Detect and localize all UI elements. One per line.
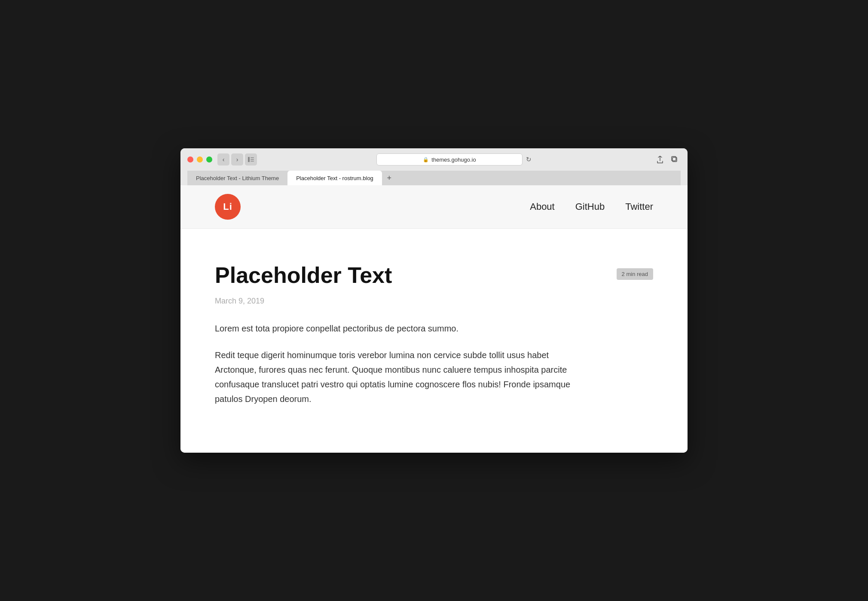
site-header: Li About GitHub Twitter bbox=[180, 185, 688, 229]
back-button[interactable]: ‹ bbox=[217, 153, 229, 166]
address-bar-container: 🔒 themes.gohugo.io ↻ bbox=[262, 153, 649, 166]
twitter-link[interactable]: Twitter bbox=[625, 201, 653, 212]
address-bar[interactable]: 🔒 themes.gohugo.io bbox=[376, 153, 523, 166]
website-content: Li About GitHub Twitter Placeholder Text… bbox=[180, 185, 688, 452]
tabs-bar: Placeholder Text - Lithium Theme Placeho… bbox=[187, 171, 681, 185]
tab-2-label: Placeholder Text - rostrum.blog bbox=[296, 175, 373, 181]
github-link[interactable]: GitHub bbox=[575, 201, 605, 212]
duplicate-button[interactable] bbox=[669, 153, 681, 166]
site-nav: About GitHub Twitter bbox=[530, 201, 653, 212]
close-button[interactable] bbox=[187, 156, 193, 163]
svg-rect-2 bbox=[251, 159, 254, 160]
about-link[interactable]: About bbox=[530, 201, 555, 212]
article-date: March 9, 2019 bbox=[215, 297, 653, 306]
share-button[interactable] bbox=[654, 153, 666, 166]
browser-window: ‹ › 🔒 themes.gohugo.io ↻ bbox=[180, 148, 688, 452]
tab-2[interactable]: Placeholder Text - rostrum.blog bbox=[287, 171, 382, 185]
toolbar-right bbox=[654, 153, 681, 166]
traffic-lights bbox=[187, 156, 212, 163]
forward-button[interactable]: › bbox=[231, 153, 243, 166]
paragraph-1: Lorem est tota propiore conpellat pector… bbox=[215, 321, 589, 336]
sidebar-button[interactable] bbox=[245, 153, 257, 166]
tab-1[interactable]: Placeholder Text - Lithium Theme bbox=[187, 171, 287, 185]
read-time-badge: 2 min read bbox=[617, 268, 653, 280]
new-tab-button[interactable]: + bbox=[382, 171, 397, 185]
minimize-button[interactable] bbox=[197, 156, 203, 163]
tab-1-label: Placeholder Text - Lithium Theme bbox=[196, 175, 279, 181]
title-bar: ‹ › 🔒 themes.gohugo.io ↻ bbox=[180, 148, 688, 185]
svg-rect-3 bbox=[251, 161, 254, 162]
lock-icon: 🔒 bbox=[423, 157, 429, 163]
nav-buttons: ‹ › bbox=[217, 153, 257, 166]
article-header: Placeholder Text 2 min read bbox=[215, 263, 653, 288]
article-area: Placeholder Text 2 min read March 9, 201… bbox=[180, 229, 688, 452]
maximize-button[interactable] bbox=[206, 156, 212, 163]
reload-button[interactable]: ↻ bbox=[523, 153, 535, 166]
article-title: Placeholder Text bbox=[215, 263, 392, 288]
svg-rect-1 bbox=[251, 157, 254, 158]
paragraph-2: Redit teque digerit hominumque toris ver… bbox=[215, 348, 589, 406]
url-text: themes.gohugo.io bbox=[431, 156, 476, 163]
svg-rect-0 bbox=[248, 157, 250, 162]
site-logo[interactable]: Li bbox=[215, 194, 241, 220]
article-body: Lorem est tota propiore conpellat pector… bbox=[215, 321, 653, 406]
